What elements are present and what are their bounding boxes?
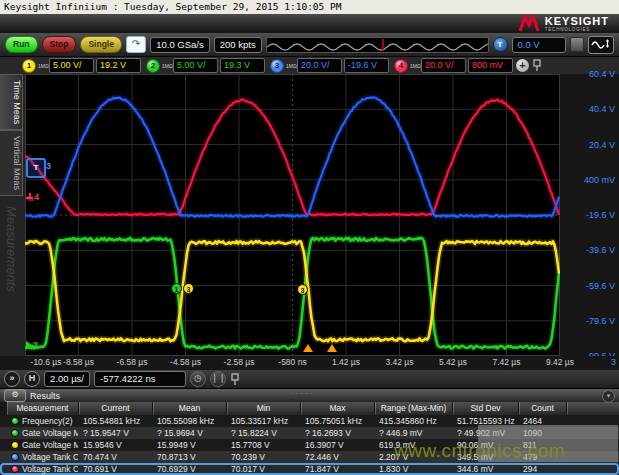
cell-max: 16.3907 V [300, 439, 374, 451]
single-button[interactable]: Single [80, 36, 122, 53]
autoscale-wave-icon [591, 39, 611, 51]
channel-1-badge[interactable]: 1 [22, 59, 36, 73]
channel-dot-icon [11, 453, 19, 461]
channel-4-ground-marker[interactable]: 4 [26, 192, 39, 202]
keysight-spark-icon [518, 15, 540, 33]
channel-2-offset[interactable]: 19.3 V [220, 58, 265, 73]
zoom-mode-icon[interactable]: ❘❘ [210, 371, 226, 387]
horizontal-badge[interactable]: H [24, 371, 40, 387]
pin-icon[interactable] [230, 373, 240, 386]
time-marker-icon[interactable] [303, 344, 313, 352]
ch1-gate-voltage-trace [25, 241, 559, 341]
time-marker-icon[interactable] [327, 344, 337, 352]
channel-3-coupling: 1MΩ [286, 63, 295, 69]
touch-mode-button[interactable]: ↷ [126, 36, 146, 53]
column-header[interactable]: Std Dev [452, 402, 518, 415]
collapse-sidebar-button[interactable]: » [4, 371, 20, 387]
results-header[interactable]: ⚙ Results ····· ▾ [0, 389, 619, 402]
minimize-panel-icon[interactable] [570, 37, 585, 52]
column-header[interactable]: Measurement [6, 402, 78, 415]
column-header[interactable]: Range (Max-Min) [374, 402, 452, 415]
x-axis-label: 1.42 µs [318, 357, 374, 367]
brand-name: KEYSIGHT [545, 16, 609, 27]
column-header[interactable]: Count [518, 402, 566, 415]
column-header [566, 402, 619, 415]
window-title: Keysight Infiniium : Tuesday, September … [4, 1, 341, 12]
cell-range: ? 446.9 mV [374, 427, 452, 439]
cell-max: 71.847 V [300, 463, 374, 475]
measurement-name: Gate Voltage MC [6, 427, 78, 439]
column-header[interactable]: Min [226, 402, 300, 415]
gear-icon[interactable]: ⚙ [4, 389, 26, 402]
y-axis-label: -59.6 V [586, 281, 615, 291]
cell-current: 70.691 V [78, 463, 152, 475]
measurement-marker[interactable]: 3 [297, 284, 308, 295]
column-header[interactable]: Current [78, 402, 152, 415]
run-button[interactable]: Run [5, 36, 38, 53]
channel-2-ground-marker[interactable]: 2 [26, 340, 38, 350]
add-channel-button[interactable]: + [516, 59, 529, 72]
cell-min: ? 15.8224 V [226, 427, 300, 439]
tab-time-meas[interactable]: Time Meas [0, 74, 23, 130]
x-axis-label: 5.42 µs [425, 357, 481, 367]
measurement-row[interactable]: Voltage Tank Cir 70.691 V 70.6929 V 70.0… [0, 463, 619, 475]
trigger-badge[interactable]: T [493, 37, 508, 52]
channel-2-badge[interactable]: 2 [146, 59, 160, 73]
cell-range: 1.830 V [374, 463, 452, 475]
measurement-marker[interactable]: 3 [183, 283, 194, 294]
cell-mean: 70.8713 V [152, 451, 226, 463]
memory-depth-box[interactable]: 200 kpts [214, 37, 262, 53]
column-header[interactable]: Max [300, 402, 374, 415]
timebase-position-box[interactable]: -577.4222 ns [94, 371, 186, 387]
keysight-logo: KEYSIGHT TECHNOLOGIES [518, 15, 609, 33]
channel-4-marker-label: 4 [34, 192, 39, 202]
y-axis-label: 400 mV [584, 175, 615, 185]
cell-mean: 105.55098 kHz [152, 415, 226, 427]
tab-vertical-meas[interactable]: Vertical Meas [0, 130, 23, 196]
ch1-gate-voltage-glow [25, 241, 559, 341]
cell-count: 294 [518, 463, 566, 475]
channel-1-offset[interactable]: 19.2 V [96, 58, 141, 73]
ground-icon [26, 193, 33, 201]
measurement-name: Gate Voltage MC [6, 439, 78, 451]
sample-rate-box[interactable]: 10.0 GSa/s [150, 37, 210, 53]
channel-dot-icon [11, 429, 19, 437]
channel-3-badge[interactable]: 3 [270, 59, 284, 73]
channel-3-scale[interactable]: 20.0 V/ [297, 58, 342, 73]
y-axis-label: 60.4 V [589, 69, 615, 79]
channel-1-scale[interactable]: 5.00 V/ [49, 58, 94, 73]
measurement-name: Frequency(2) [6, 415, 78, 427]
timebase-scale-box[interactable]: 2.00 µs/ [44, 371, 90, 387]
measurement-name: Voltage Tank Cir [6, 463, 78, 475]
waveform-display[interactable]: T 3 4 2 133 [25, 74, 560, 356]
stop-button[interactable]: Stop [42, 36, 77, 53]
results-title: Results [30, 391, 60, 401]
channel-2-scale[interactable]: 5.00 V/ [173, 58, 218, 73]
time-ref-icon[interactable]: ◷ [190, 371, 206, 387]
cell-current: ? 15.9547 V [78, 427, 152, 439]
x-axis-label: 3.42 µs [372, 357, 428, 367]
autoscale-icon[interactable] [588, 36, 614, 54]
cell-mean: 70.6929 V [152, 463, 226, 475]
channel-4-badge[interactable]: 4 [394, 59, 408, 73]
drag-handle-icon[interactable]: ····· [291, 389, 314, 398]
cell-mean: ? 15.9694 V [152, 427, 226, 439]
channel-dot-icon [11, 465, 19, 473]
measurement-marker[interactable]: 1 [171, 283, 182, 294]
column-header[interactable]: Mean [152, 402, 226, 415]
trigger-level-marker[interactable]: T [26, 158, 46, 178]
waveform-preview-strip[interactable] [266, 37, 489, 53]
acquisition-toolbar: Run Stop Single ↷ 10.0 GSa/s 200 kpts T … [0, 33, 619, 56]
channel-3-offset[interactable]: -19.6 V [344, 58, 389, 73]
collapse-results-icon[interactable]: ▾ [602, 390, 615, 403]
cell-min: 105.33517 kHz [226, 415, 300, 427]
channel-2-marker-label: 2 [33, 340, 38, 350]
channel-4-scale[interactable]: 20.0 V/ [421, 58, 466, 73]
cell-mean: 15.9949 V [152, 439, 226, 451]
cell-current: 105.54881 kHz [78, 415, 152, 427]
pin-icon[interactable] [532, 59, 542, 72]
channel-4-offset[interactable]: 800 mV [468, 58, 513, 73]
channel-chips: 1 1MΩ 5.00 V/ 19.2 V 2 1MΩ 5.00 V/ 19.3 … [22, 58, 513, 73]
cell-stddev: 344.6 mV [452, 463, 518, 475]
trigger-level-box[interactable]: 0.0 V [512, 37, 566, 53]
